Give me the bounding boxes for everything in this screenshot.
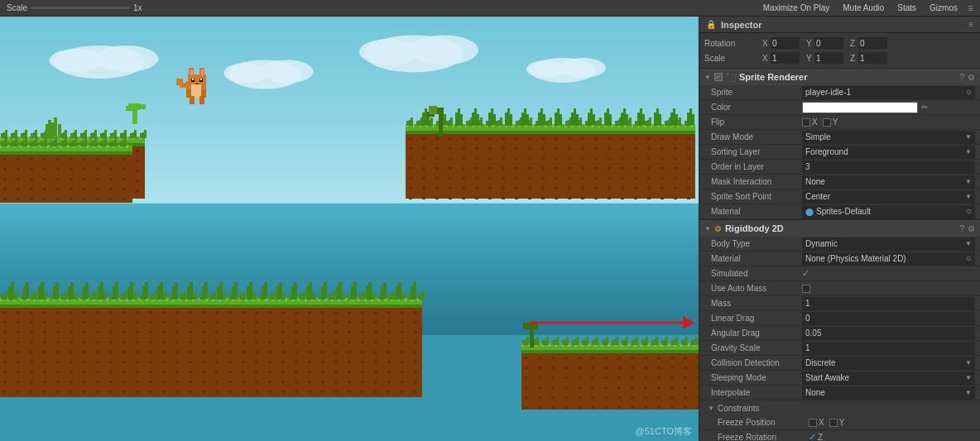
sprite-renderer-settings-icon[interactable]: ⚙ xyxy=(968,73,975,82)
sleeping-mode-label: Sleeping Mode xyxy=(711,373,802,382)
freeze-pos-x-checkbox[interactable] xyxy=(809,419,817,427)
linear-drag-label: Linear Drag xyxy=(711,314,802,323)
use-auto-mass-row: Use Auto Mass xyxy=(699,281,980,296)
rigidbody2d-collapse-icon: ▼ xyxy=(704,225,711,232)
scale-x-axis: X xyxy=(762,54,769,63)
draw-mode-value: Simple xyxy=(805,132,831,141)
collision-detection-row: Collision Detection Discrete ▼ xyxy=(699,356,980,371)
rigidbody2d-component: ▼ ⚙ Rigidbody 2D ? ⚙ Body Type Dynamic ▼ xyxy=(699,220,980,441)
simulated-checkmark[interactable]: ✓ xyxy=(802,268,809,279)
rigidbody2d-header[interactable]: ▼ ⚙ Rigidbody 2D ? ⚙ xyxy=(699,220,980,237)
rotation-z-input[interactable] xyxy=(858,37,887,49)
gizmos-btn[interactable]: Gizmos xyxy=(926,3,961,12)
maximize-on-play-btn[interactable]: Maximize On Play xyxy=(760,3,833,12)
angular-drag-input[interactable] xyxy=(802,327,975,340)
material-sprite-select[interactable]: ⬤ Sprites-Default ⊙ xyxy=(802,205,975,218)
collision-detection-arrow: ▼ xyxy=(965,359,972,367)
rigidbody2d-settings-icon[interactable]: ⚙ xyxy=(968,224,975,233)
flip-x-label: X xyxy=(812,117,818,127)
sprite-renderer-checkbox[interactable]: ✓ xyxy=(714,73,723,81)
watermark: @51CTO博客 xyxy=(636,425,692,438)
simulated-row: Simulated ✓ xyxy=(699,266,980,281)
stats-btn[interactable]: Stats xyxy=(894,3,920,12)
scale-fields: X Y Z xyxy=(762,52,975,64)
gravity-scale-input[interactable] xyxy=(802,342,975,355)
sleeping-mode-select[interactable]: Start Awake ▼ xyxy=(802,371,975,385)
collision-detection-select[interactable]: Discrete ▼ xyxy=(802,357,975,370)
material-sprite-label: Material xyxy=(711,207,802,216)
body-type-value: Dynamic xyxy=(805,239,838,248)
toolbar: Scale 1x Maximize On Play Mute Audio Sta… xyxy=(0,0,980,17)
use-auto-mass-checkbox[interactable] xyxy=(802,285,810,293)
flip-y-checkbox[interactable] xyxy=(823,118,831,127)
rotation-y-input[interactable] xyxy=(814,37,843,49)
sprite-renderer-header[interactable]: ▼ ✓ ⬛ Sprite Renderer ? ⚙ xyxy=(699,69,980,85)
rigidbody2d-actions: ? ⚙ xyxy=(959,224,975,233)
gravity-scale-label: Gravity Scale xyxy=(711,343,802,352)
angular-drag-label: Angular Drag xyxy=(711,328,802,338)
scale-bar[interactable] xyxy=(31,7,130,9)
gravity-scale-row: Gravity Scale xyxy=(699,341,980,356)
transform-rotation-section: Rotation X Y Z Scal xyxy=(699,33,980,69)
sprite-prop-row: Sprite player-idle-1 ⊙ xyxy=(699,85,980,100)
freeze-pos-y-checkbox[interactable] xyxy=(829,419,838,427)
linear-drag-input[interactable] xyxy=(802,312,975,325)
interpolate-label: Interpolate xyxy=(711,388,802,397)
scale-control: Scale 1x xyxy=(7,3,142,12)
constraints-header[interactable]: ▼ Constraints xyxy=(699,400,980,415)
sprite-renderer-help-icon[interactable]: ? xyxy=(959,73,964,82)
material-rb-value: None (Physics Material 2D) xyxy=(805,254,906,263)
sorting-layer-select[interactable]: Foreground ▼ xyxy=(802,146,975,159)
sprite-prop-value[interactable]: player-idle-1 ⊙ xyxy=(802,86,975,99)
flip-prop-value: X Y xyxy=(802,117,975,127)
mute-audio-btn[interactable]: Mute Audio xyxy=(839,3,887,12)
sleeping-mode-value: Start Awake xyxy=(805,373,849,382)
mass-input[interactable] xyxy=(802,297,975,310)
material-rb-select[interactable]: None (Physics Material 2D) ⊙ xyxy=(802,252,975,266)
flip-x-checkbox[interactable] xyxy=(802,118,810,127)
sprite-sort-point-arrow: ▼ xyxy=(965,193,972,200)
sprite-prop-label: Sprite xyxy=(711,88,802,97)
rigidbody2d-icon: ⚙ xyxy=(714,224,722,233)
scale-z-field: Z xyxy=(850,52,887,64)
constraints-collapse-icon: ▼ xyxy=(708,405,714,412)
scale-y-input[interactable] xyxy=(814,52,843,64)
game-viewport[interactable]: @51CTO博客 xyxy=(0,17,699,441)
toolbar-right: Maximize On Play Mute Audio Stats Gizmos… xyxy=(760,2,973,14)
scale-z-input[interactable] xyxy=(858,52,887,64)
color-edit-icon[interactable]: ✏ xyxy=(921,103,928,112)
draw-mode-row: Draw Mode Simple ▼ xyxy=(699,130,980,145)
freeze-rotation-label: Freeze Rotation xyxy=(718,433,809,441)
draw-mode-select[interactable]: Simple ▼ xyxy=(802,131,975,144)
rigidbody2d-help-icon[interactable]: ? xyxy=(959,224,964,233)
body-type-select[interactable]: Dynamic ▼ xyxy=(802,237,975,251)
scale-label: Scale xyxy=(7,3,27,12)
flip-prop-row: Flip X Y xyxy=(699,115,980,130)
scale-y-axis: Y xyxy=(806,54,813,63)
inspector-icon: 🔒 xyxy=(706,20,716,29)
angular-drag-row: Angular Drag xyxy=(699,326,980,341)
rotation-x-field: X xyxy=(762,37,800,49)
order-in-layer-label: Order in Layer xyxy=(711,162,802,171)
scale-x-input[interactable] xyxy=(771,52,800,64)
scale-x-field: X xyxy=(762,52,800,64)
order-in-layer-input[interactable] xyxy=(802,161,975,174)
rotation-x-input[interactable] xyxy=(771,37,800,49)
color-swatch[interactable] xyxy=(802,102,918,113)
sorting-layer-value: Foreground xyxy=(805,147,848,156)
material-rb-icon: ⊙ xyxy=(966,255,972,262)
interpolate-select[interactable]: None ▼ xyxy=(802,386,975,400)
freeze-pos-x-label: X xyxy=(819,418,824,427)
toolbar-menu-icon[interactable]: ≡ xyxy=(968,2,973,14)
interpolate-arrow: ▼ xyxy=(965,389,972,396)
rotation-x-axis: X xyxy=(762,39,769,48)
draw-mode-label: Draw Mode xyxy=(711,132,802,141)
collision-detection-label: Collision Detection xyxy=(711,358,802,367)
material-sprite-icon2: ⊙ xyxy=(966,208,972,215)
freeze-rot-z-checkmark[interactable]: ✓ xyxy=(809,432,816,441)
sprite-renderer-icon: ⬛ xyxy=(726,73,736,82)
inspector-menu-icon[interactable]: ≡ xyxy=(968,20,973,29)
sorting-layer-arrow: ▼ xyxy=(965,148,972,156)
mask-interaction-select[interactable]: None ▼ xyxy=(802,175,975,189)
sprite-sort-point-select[interactable]: Center ▼ xyxy=(802,190,975,204)
